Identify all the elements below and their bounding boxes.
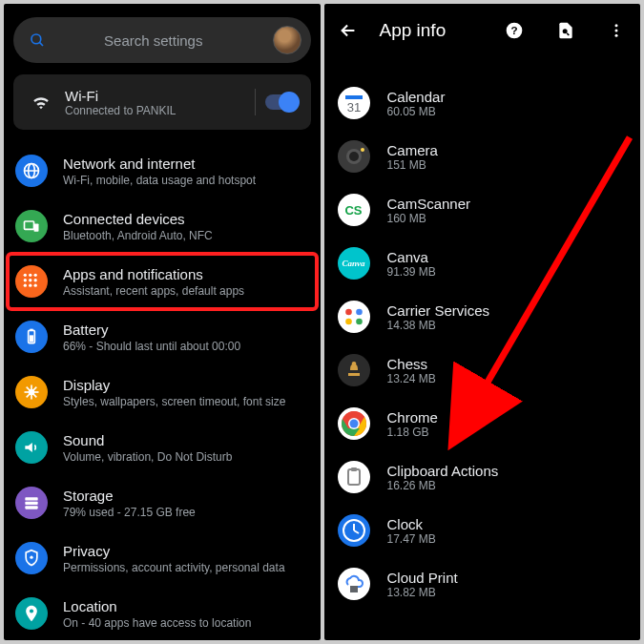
battery-icon bbox=[15, 321, 48, 353]
sound-icon bbox=[15, 431, 48, 464]
app-size: 60.05 MB bbox=[387, 105, 446, 118]
app-item-chess[interactable]: Chess 13.24 MB bbox=[324, 343, 641, 397]
app-item-clipboard-actions[interactable]: Clipboard Actions 16.26 MB bbox=[324, 450, 641, 504]
svg-rect-65 bbox=[350, 586, 358, 592]
item-title: Battery bbox=[63, 321, 240, 340]
settings-item-network-and-internet[interactable]: Network and internet Wi-Fi, mobile, data… bbox=[4, 143, 321, 198]
search-placeholder: Search settings bbox=[34, 32, 273, 49]
overflow-menu-icon[interactable] bbox=[602, 22, 631, 39]
settings-item-display[interactable]: Display Styles, wallpapers, screen timeo… bbox=[4, 364, 321, 420]
svg-point-46 bbox=[361, 148, 364, 152]
help-icon[interactable]: ? bbox=[499, 21, 530, 40]
back-button[interactable] bbox=[338, 20, 359, 41]
display-icon bbox=[15, 376, 48, 408]
item-subtitle: Permissions, account activity, personal … bbox=[63, 561, 285, 574]
app-size: 17.47 MB bbox=[387, 532, 436, 546]
item-subtitle: Wi-Fi, mobile, data usage and hotspot bbox=[63, 174, 256, 187]
avatar[interactable] bbox=[273, 26, 301, 54]
wifi-subtitle: Connected to PANKIL bbox=[65, 104, 245, 117]
svg-rect-18 bbox=[30, 335, 33, 342]
svg-point-13 bbox=[24, 284, 27, 287]
item-title: Connected devices bbox=[63, 210, 213, 229]
settings-screen: Search settings Wi-Fi Connected to PANKI… bbox=[4, 4, 321, 640]
svg-point-47 bbox=[338, 301, 370, 333]
svg-point-64 bbox=[338, 568, 370, 600]
app-icon: 31 bbox=[338, 87, 370, 119]
wifi-title: Wi-Fi bbox=[65, 88, 245, 104]
item-subtitle: Styles, wallpapers, screen timeout, font… bbox=[63, 395, 285, 408]
app-icon: CS bbox=[338, 194, 370, 226]
svg-point-48 bbox=[345, 309, 352, 316]
settings-item-connected-devices[interactable]: Connected devices Bluetooth, Android Aut… bbox=[4, 198, 321, 254]
svg-point-38 bbox=[615, 30, 618, 32]
settings-item-sound[interactable]: Sound Volume, vibration, Do Not Disturb bbox=[4, 420, 321, 475]
app-item-carrier-services[interactable]: Carrier Services 14.38 MB bbox=[324, 290, 641, 343]
app-item-cloud-print[interactable]: Cloud Print 13.82 MB bbox=[324, 557, 641, 611]
settings-item-privacy[interactable]: Privacy Permissions, account activity, p… bbox=[4, 530, 321, 586]
svg-rect-59 bbox=[351, 467, 357, 471]
app-icon: Canva bbox=[338, 247, 370, 280]
app-item-camera[interactable]: Camera 151 MB bbox=[324, 130, 641, 183]
item-subtitle: Volume, vibration, Do Not Disturb bbox=[63, 450, 232, 464]
divider bbox=[255, 89, 256, 115]
item-title: Privacy bbox=[63, 542, 285, 561]
item-subtitle: 66% - Should last until about 00:00 bbox=[63, 340, 240, 353]
svg-rect-6 bbox=[34, 224, 39, 232]
app-item-camscanner[interactable]: CS CamScanner 160 MB bbox=[324, 183, 641, 237]
search-bar[interactable]: Search settings bbox=[13, 17, 311, 63]
appinfo-screen: App info ? 31 Calendar 60.05 MB Camera 1… bbox=[324, 4, 641, 640]
app-icon bbox=[338, 461, 370, 493]
privacy-icon bbox=[15, 542, 48, 574]
svg-point-31 bbox=[30, 556, 32, 559]
app-name: Carrier Services bbox=[387, 302, 490, 319]
svg-point-7 bbox=[24, 274, 27, 277]
svg-rect-17 bbox=[30, 329, 32, 331]
svg-point-35 bbox=[563, 29, 568, 33]
app-name: Calendar bbox=[387, 89, 446, 105]
svg-point-57 bbox=[338, 461, 370, 493]
svg-point-11 bbox=[29, 279, 31, 281]
app-name: Canva bbox=[387, 249, 436, 265]
app-item-calendar[interactable]: 31 Calendar 60.05 MB bbox=[324, 76, 641, 130]
item-title: Display bbox=[63, 376, 285, 395]
globe-icon bbox=[15, 155, 48, 187]
item-subtitle: On - 40 apps have access to location bbox=[63, 616, 251, 630]
app-size: 16.26 MB bbox=[387, 479, 499, 492]
app-icon bbox=[338, 407, 370, 440]
settings-item-apps-and-notifications[interactable]: Apps and notifications Assistant, recent… bbox=[8, 254, 317, 309]
svg-point-37 bbox=[615, 24, 618, 27]
svg-point-15 bbox=[34, 284, 37, 287]
app-name: Chrome bbox=[387, 409, 438, 426]
app-list: 31 Calendar 60.05 MB Camera 151 MB CS Ca… bbox=[324, 57, 641, 611]
svg-rect-28 bbox=[25, 497, 37, 500]
item-title: Apps and notifications bbox=[63, 265, 244, 284]
wifi-toggle[interactable] bbox=[265, 94, 298, 110]
item-title: Sound bbox=[63, 431, 232, 450]
app-icon bbox=[338, 354, 370, 386]
app-icon bbox=[338, 568, 370, 600]
settings-item-battery[interactable]: Battery 66% - Should last until about 00… bbox=[4, 309, 321, 364]
wifi-icon bbox=[27, 92, 55, 113]
wifi-card[interactable]: Wi-Fi Connected to PANKIL bbox=[13, 74, 311, 130]
search-in-page-icon[interactable] bbox=[551, 21, 581, 40]
app-item-chrome[interactable]: Chrome 1.18 GB bbox=[324, 397, 641, 450]
settings-list: Network and internet Wi-Fi, mobile, data… bbox=[4, 141, 321, 640]
settings-item-location[interactable]: Location On - 40 apps have access to loc… bbox=[4, 586, 321, 640]
svg-rect-30 bbox=[25, 506, 37, 509]
item-title: Storage bbox=[63, 487, 196, 506]
app-size: 13.82 MB bbox=[387, 586, 458, 599]
svg-point-10 bbox=[24, 279, 27, 281]
svg-point-32 bbox=[30, 609, 33, 613]
storage-icon bbox=[15, 487, 48, 519]
svg-point-9 bbox=[34, 274, 37, 277]
svg-point-12 bbox=[34, 279, 37, 281]
app-item-canva[interactable]: Canva Canva 91.39 MB bbox=[324, 237, 641, 290]
page-title: App info bbox=[380, 20, 479, 41]
app-item-clock[interactable]: Clock 17.47 MB bbox=[324, 504, 641, 557]
svg-point-51 bbox=[356, 319, 363, 325]
settings-item-storage[interactable]: Storage 79% used - 27.15 GB free bbox=[4, 475, 321, 530]
app-size: 14.38 MB bbox=[387, 319, 490, 332]
devices-icon bbox=[15, 210, 48, 242]
item-title: Location bbox=[63, 597, 251, 616]
app-size: 160 MB bbox=[387, 212, 471, 225]
